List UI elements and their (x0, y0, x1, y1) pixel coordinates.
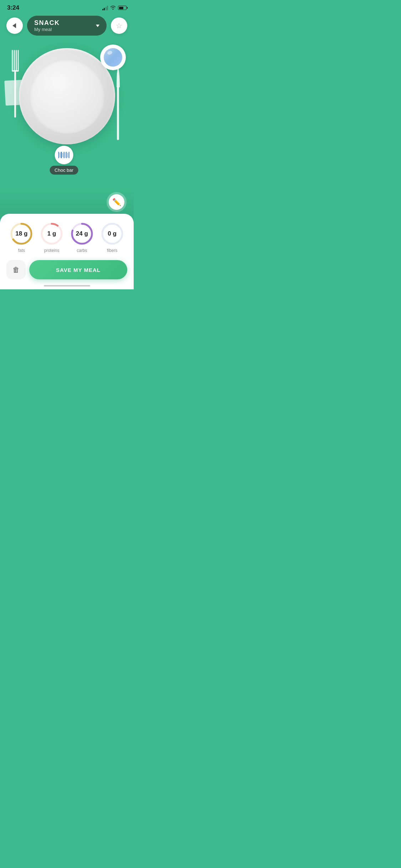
dropdown-arrow-icon (96, 25, 99, 27)
meal-selector-text: SNACK My meal (34, 19, 92, 32)
meal-name: My meal (34, 27, 92, 32)
barcode-icon (58, 152, 70, 158)
water-glass-inner (104, 48, 122, 67)
wifi-icon (110, 5, 116, 11)
status-bar: 3:24 (0, 0, 134, 14)
edit-button-inner: ✏️ (109, 194, 124, 210)
food-item[interactable]: Choc bar (50, 146, 78, 175)
plate-outer (19, 48, 115, 144)
fats-value: 18 g (15, 230, 27, 237)
carbs-circle: 24 g (70, 222, 94, 246)
plate (19, 48, 115, 144)
back-button[interactable] (6, 17, 23, 34)
pencil-icon: ✏️ (112, 198, 121, 206)
favorite-button[interactable]: ☆ (111, 17, 127, 34)
svg-rect-5 (14, 71, 16, 118)
back-arrow-icon (12, 23, 16, 28)
nutrient-proteins: 1 g proteins (40, 222, 64, 253)
fork-icon (11, 48, 21, 121)
bottom-panel: 18 g fats 1 g proteins 24 g (0, 214, 134, 289)
plate-inner (30, 59, 104, 134)
meal-type: SNACK (34, 19, 92, 27)
star-icon: ☆ (116, 21, 122, 30)
trash-icon: 🗑 (12, 266, 20, 274)
proteins-circle: 1 g (40, 222, 64, 246)
svg-rect-6 (117, 87, 119, 140)
svg-rect-3 (18, 50, 19, 71)
meal-selector[interactable]: SNACK My meal (27, 16, 107, 36)
fibers-value: 0 g (108, 230, 117, 237)
save-meal-button[interactable]: SAVE MY MEAL (29, 260, 127, 279)
delete-button[interactable]: 🗑 (6, 260, 26, 279)
status-icons (102, 5, 127, 11)
nutrient-fats: 18 g fats (9, 222, 34, 253)
proteins-label: proteins (44, 248, 60, 253)
fats-circle: 18 g (9, 222, 34, 246)
fats-label: fats (18, 248, 25, 253)
nutrient-fibers: 0 g fibers (100, 222, 124, 253)
carbs-value: 24 g (76, 230, 88, 237)
main-area: Choc bar ✏️ (0, 41, 134, 194)
svg-rect-1 (14, 50, 15, 71)
svg-rect-2 (16, 50, 17, 71)
knife-icon (115, 62, 121, 142)
food-label: Choc bar (50, 166, 78, 175)
proteins-value: 1 g (47, 230, 56, 237)
action-row: 🗑 SAVE MY MEAL (6, 260, 127, 279)
save-button-label: SAVE MY MEAL (56, 267, 101, 273)
barcode-circle (55, 146, 73, 164)
fibers-circle: 0 g (100, 222, 124, 246)
svg-rect-0 (12, 50, 13, 71)
nutrients-row: 18 g fats 1 g proteins 24 g (6, 222, 127, 253)
edit-button[interactable]: ✏️ (107, 192, 127, 212)
water-glass (100, 45, 126, 70)
water-glass-shine (107, 50, 113, 55)
header: SNACK My meal ☆ (0, 14, 134, 39)
fibers-label: fibers (107, 248, 117, 253)
home-indicator (44, 285, 90, 286)
carbs-label: carbs (77, 248, 87, 253)
signal-icon (102, 5, 108, 10)
battery-icon (118, 6, 127, 10)
nutrient-carbs: 24 g carbs (70, 222, 94, 253)
status-time: 3:24 (7, 4, 19, 11)
